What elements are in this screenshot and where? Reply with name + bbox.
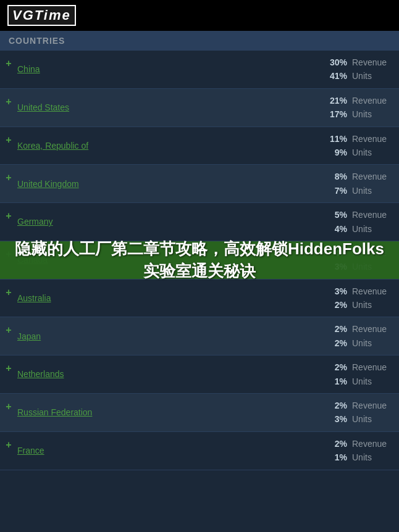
revenue-label: Revenue [352,94,389,107]
revenue-row: 2% Revenue [327,322,389,336]
country-name[interactable]: Australia [17,293,51,303]
plus-icon: + [6,135,11,146]
country-name[interactable]: Russian Federation [17,407,92,417]
country-name[interactable]: Netherlands [17,369,64,379]
country-stats: 3% Revenue 2% Units [300,280,399,317]
units-row: 3% Units [327,412,389,426]
country-info: United Kingdom [17,172,300,196]
country-stats: 30% Revenue 41% Units [300,51,399,88]
units-row: 7% Units [327,184,389,197]
revenue-pct: 11% [327,132,347,146]
plus-icon: + [6,363,11,374]
revenue-label: Revenue [352,437,389,451]
expand-button[interactable]: + [0,51,17,78]
country-stats: 11% Revenue 9% Units [300,127,399,165]
units-pct: 17% [327,107,347,121]
units-row: 3% Units [327,260,389,273]
country-info: Germany [17,210,300,233]
revenue-label: Revenue [352,56,389,69]
revenue-label: Revenue [352,322,389,336]
units-pct: 2% [327,298,347,312]
expand-button[interactable]: + [0,280,17,307]
country-stats: 2% Revenue 3% Units [300,394,399,431]
units-row: 2% Units [327,336,389,350]
table-row: + Germany 5% Revenue 4% Units [0,203,399,241]
revenue-label: Revenue [352,285,389,298]
country-info: Canada [17,248,300,272]
revenue-pct: 2% [327,322,347,336]
table-row: + United Kingdom 8% Revenue 7% Units [0,165,399,203]
table-row: + France 2% Revenue 1% Units [0,432,399,470]
revenue-row: 8% Revenue [327,170,389,183]
units-pct: 1% [327,451,347,464]
logo: VGTime [7,5,76,26]
revenue-row: 2% Revenue [327,360,389,374]
table-row: + Canada 4% Revenue 3% Units 隐藏的人工厂第二章节攻… [0,241,399,280]
revenue-row: 21% Revenue [327,94,389,107]
expand-button[interactable]: + [0,165,17,192]
country-info: Korea, Republic of [17,134,300,157]
revenue-pct: 4% [327,246,347,260]
revenue-row: 11% Revenue [327,132,389,146]
header: VGTime [0,0,399,31]
country-info: Australia [17,286,300,310]
expand-button[interactable]: + [0,127,17,154]
revenue-pct: 2% [327,437,347,451]
revenue-label: Revenue [352,246,389,260]
table-row: + Netherlands 2% Revenue 1% Units [0,355,399,394]
revenue-pct: 21% [327,94,347,107]
country-info: France [17,439,300,462]
units-row: 1% Units [327,451,389,464]
plus-icon: + [6,249,11,260]
country-name[interactable]: Germany [17,217,53,227]
revenue-pct: 2% [327,399,347,412]
country-stats: 8% Revenue 7% Units [300,165,399,202]
units-pct: 4% [327,222,347,236]
country-stats: 4% Revenue 3% Units [300,241,399,279]
expand-button[interactable]: + [0,203,17,230]
expand-button[interactable]: + [0,355,17,383]
expand-button[interactable]: + [0,241,17,268]
table-row: + Russian Federation 2% Revenue 3% Units [0,394,399,432]
country-name[interactable]: China [17,64,40,74]
units-label: Units [352,375,389,388]
units-pct: 1% [327,375,347,388]
revenue-label: Revenue [352,208,389,222]
units-label: Units [352,222,389,236]
expand-button[interactable]: + [0,432,17,459]
country-name[interactable]: France [17,446,44,455]
country-name[interactable]: United States [17,102,69,112]
revenue-row: 2% Revenue [327,437,389,451]
table-row: + Korea, Republic of 11% Revenue 9% Unit… [0,127,399,165]
plus-icon: + [6,325,11,336]
expand-button[interactable]: + [0,317,17,344]
plus-icon: + [6,287,11,298]
table-row: + Japan 2% Revenue 2% Units [0,317,399,355]
table-row: + United States 21% Revenue 17% Units [0,89,399,127]
revenue-label: Revenue [352,360,389,374]
country-info: Netherlands [17,362,300,386]
expand-button[interactable]: + [0,89,17,116]
country-info: United States [17,96,300,119]
country-stats: 2% Revenue 2% Units [300,317,399,355]
units-row: 1% Units [327,375,389,388]
units-pct: 7% [327,184,347,197]
units-pct: 3% [327,412,347,426]
units-label: Units [352,184,389,197]
revenue-label: Revenue [352,132,389,146]
units-label: Units [352,69,389,83]
units-label: Units [352,298,389,312]
units-label: Units [352,336,389,350]
country-name[interactable]: United Kingdom [17,179,79,189]
units-label: Units [352,412,389,426]
plus-icon: + [6,401,11,412]
country-name[interactable]: Canada [17,255,48,265]
country-info: Russian Federation [17,401,300,424]
units-pct: 3% [327,260,347,273]
expand-button[interactable]: + [0,394,17,421]
revenue-pct: 8% [327,170,347,183]
country-name[interactable]: Japan [17,331,41,341]
plus-icon: + [6,96,11,107]
units-pct: 9% [327,146,347,159]
country-name[interactable]: Korea, Republic of [17,141,88,151]
